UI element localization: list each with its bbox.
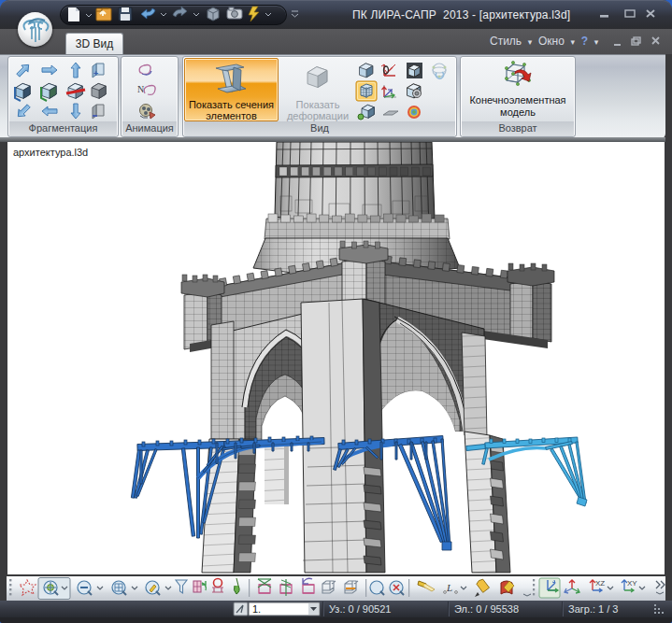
svg-text:N: N [137, 84, 144, 94]
svg-text:L: L [446, 582, 452, 593]
svg-text:+: + [93, 69, 98, 78]
svg-text:XZ: XZ [595, 579, 605, 588]
svg-text:1.: 1. [252, 603, 261, 615]
svg-text:XY: XY [627, 579, 637, 588]
